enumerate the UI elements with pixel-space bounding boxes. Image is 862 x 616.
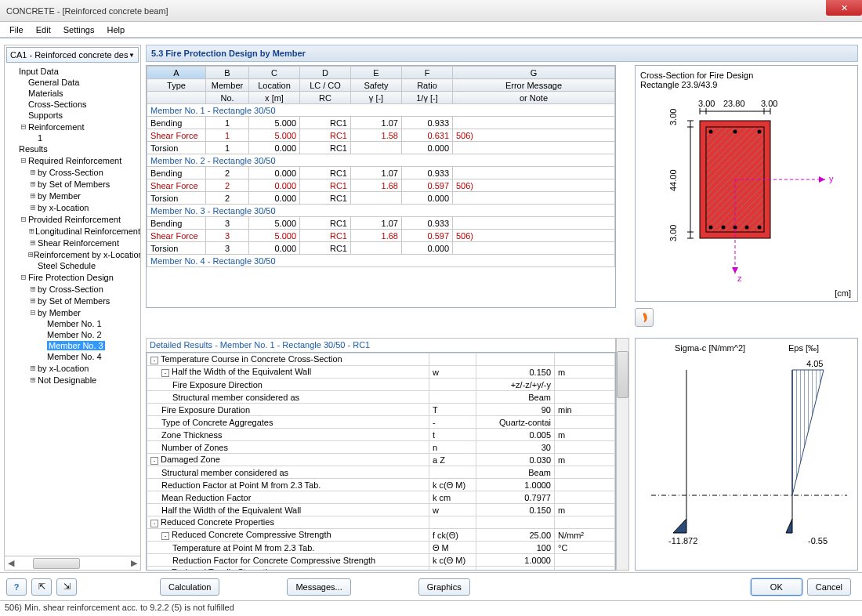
table-row[interactable]: Shear Force15.000RC11.580.631506) — [147, 129, 615, 142]
fire-button[interactable] — [635, 308, 654, 327]
collapse-icon[interactable]: - — [161, 532, 169, 540]
collapse-icon[interactable]: - — [161, 570, 169, 571]
menu-file[interactable]: File — [3, 24, 30, 36]
tree-not-designable[interactable]: ⊞Not Designable — [5, 374, 140, 386]
tree-cross-sections[interactable]: Cross-Sections — [5, 99, 140, 110]
tree-rr-bymember[interactable]: ⊞by Member — [5, 190, 140, 201]
collapse-icon[interactable]: - — [161, 369, 169, 377]
table-row[interactable]: Shear Force20.000RC11.680.597506) — [147, 179, 615, 192]
tree-general-data[interactable]: General Data — [5, 77, 140, 88]
tree-supports[interactable]: Supports — [5, 110, 140, 121]
detail-row[interactable]: Half the Width of the Equivalent Wallw0.… — [147, 504, 615, 516]
tree-materials[interactable]: Materials — [5, 88, 140, 99]
col-E[interactable]: E — [351, 67, 402, 79]
col-G[interactable]: G — [453, 67, 615, 79]
col-C[interactable]: C — [249, 67, 300, 79]
detail-row[interactable]: Reduction Factor at Point M from 2.3 Tab… — [147, 479, 615, 491]
col-D[interactable]: D — [300, 67, 351, 79]
cross-unit: [cm] — [835, 288, 851, 298]
col-B[interactable]: B — [206, 67, 249, 79]
table-row[interactable]: Torsion20.000RC10.000 — [147, 192, 615, 205]
tree-pr-xloc[interactable]: ⊞Reinforcement by x-Location — [5, 248, 140, 260]
tree-pr-sched[interactable]: Steel Schedule — [5, 260, 140, 271]
tree-required-reinf[interactable]: ⊟Required Reinforcement — [5, 154, 140, 166]
detail-row[interactable]: Fire Exposure DurationT90min — [147, 404, 615, 416]
svg-text:-11.872: -11.872 — [668, 536, 697, 545]
table-row[interactable]: Torsion10.000RC10.000 — [147, 142, 615, 154]
tree-fd-byset[interactable]: ⊞by Set of Members — [5, 295, 140, 306]
detail-row[interactable]: Structural member considered asBeam — [147, 466, 615, 479]
detail-row[interactable]: Structural member considered asBeam — [147, 391, 615, 404]
help-button[interactable]: ? — [6, 578, 27, 596]
detail-row[interactable]: Reduction Factor for Concrete Compressiv… — [147, 554, 615, 567]
tree-input-data[interactable]: Input Data — [5, 66, 140, 77]
scroll-thumb[interactable] — [617, 351, 628, 398]
nav-panel: CA1 - Reinforced concrete design ▼ Input… — [4, 45, 141, 571]
detail-row[interactable]: -Reduced Concrete Properties — [147, 516, 615, 529]
detail-row[interactable]: Number of Zonesn30 — [147, 441, 615, 454]
close-button[interactable]: ✕ — [826, 0, 862, 16]
collapse-icon[interactable]: - — [150, 457, 158, 465]
cross-subtitle: Rectangle 23.9/43.9 — [640, 80, 853, 89]
tree-member-3[interactable]: Member No. 3 — [5, 340, 140, 351]
svg-text:z: z — [737, 274, 742, 283]
detail-row[interactable]: Mean Reduction Factork cm0.7977 — [147, 491, 615, 504]
table-group-row[interactable]: Member No. 2 - Rectangle 30/50 — [147, 154, 615, 167]
table-row[interactable]: Shear Force35.000RC11.680.597506) — [147, 230, 615, 242]
col-A[interactable]: A — [147, 67, 206, 79]
menu-settings[interactable]: Settings — [57, 24, 101, 36]
tree-pr-long[interactable]: ⊞Longitudinal Reinforcement — [5, 225, 140, 237]
tree-provided-reinf[interactable]: ⊟Provided Reinforcement — [5, 213, 140, 225]
tree-member-4[interactable]: Member No. 4 — [5, 351, 140, 362]
tree-fire-design[interactable]: ⊟Fire Protection Design — [5, 271, 140, 283]
ok-button[interactable]: OK — [751, 578, 802, 596]
table-row[interactable]: Torsion30.000RC10.000 — [147, 242, 615, 255]
tree-fd-byxloc[interactable]: ⊞by x-Location — [5, 362, 140, 374]
detail-row[interactable]: Type of Concrete Aggregates-Quartz-conta… — [147, 416, 615, 429]
scroll-thumb[interactable] — [33, 558, 80, 569]
detail-row[interactable]: Zone Thicknesst0.005m — [147, 429, 615, 441]
collapse-icon[interactable]: - — [150, 520, 158, 527]
graphics-button[interactable]: Graphics — [418, 578, 470, 596]
table-row[interactable]: Bending35.000RC11.070.933 — [147, 217, 615, 230]
detail-row[interactable]: -Reduced Tensile Strengthf ck,t(Θ)2.60N/… — [147, 567, 615, 571]
table-group-row[interactable]: Member No. 3 - Rectangle 30/50 — [147, 205, 615, 217]
nav-hscroll[interactable]: ◀ ▶ — [5, 556, 140, 570]
tree-rr-byxloc[interactable]: ⊞by x-Location — [5, 201, 140, 213]
cross-section-panel: Cross-Section for Fire Design Rectangle … — [635, 65, 858, 302]
tree-member-1[interactable]: Member No. 1 — [5, 318, 140, 329]
tree-rr-bycross[interactable]: ⊞by Cross-Section — [5, 166, 140, 178]
detail-row[interactable]: Temperature at Point M from 2.3 Tab.Θ M1… — [147, 542, 615, 554]
cancel-button[interactable]: Cancel — [807, 578, 851, 596]
detail-vscroll[interactable] — [616, 338, 629, 571]
messages-button[interactable]: Messages... — [287, 578, 350, 596]
tree-reinforcement[interactable]: ⊟Reinforcement — [5, 121, 140, 132]
svg-point-9 — [744, 226, 748, 230]
detail-row[interactable]: -Temperature Course in Concrete Cross-Se… — [147, 353, 615, 366]
case-combo[interactable]: CA1 - Reinforced concrete design ▼ — [6, 47, 139, 63]
tree-fd-bymember[interactable]: ⊟by Member — [5, 306, 140, 318]
svg-text:3.00: 3.00 — [761, 99, 777, 108]
calculation-button[interactable]: Calculation — [160, 578, 219, 596]
menu-help[interactable]: Help — [100, 24, 131, 36]
tree-member-2[interactable]: Member No. 2 — [5, 329, 140, 340]
menu-edit[interactable]: Edit — [30, 24, 57, 36]
detail-row[interactable]: Fire Exposure Direction+z/-z/+y/-y — [147, 379, 615, 391]
tree-reinf-1[interactable]: 1 — [5, 132, 140, 143]
collapse-icon[interactable]: - — [150, 357, 158, 364]
detail-row[interactable]: -Reduced Concrete Compressive Strengthf … — [147, 529, 615, 542]
svg-point-10 — [757, 226, 761, 230]
detail-row[interactable]: -Half the Width of the Equivalent Wallw0… — [147, 366, 615, 379]
table-row[interactable]: Bending20.000RC11.070.933 — [147, 167, 615, 179]
tree-results[interactable]: Results — [5, 143, 140, 154]
table-row[interactable]: Bending15.000RC11.070.933 — [147, 117, 615, 129]
tree-fd-bycross[interactable]: ⊞by Cross-Section — [5, 283, 140, 295]
table-group-row[interactable]: Member No. 4 - Rectangle 30/50 — [147, 255, 615, 267]
import-button[interactable]: ⇲ — [56, 578, 77, 596]
export-button[interactable]: ⇱ — [31, 578, 52, 596]
col-F[interactable]: F — [402, 67, 453, 79]
detail-row[interactable]: -Damaged Zonea Z0.030m — [147, 454, 615, 466]
tree-rr-byset[interactable]: ⊞by Set of Members — [5, 178, 140, 190]
table-group-row[interactable]: Member No. 1 - Rectangle 30/50 — [147, 104, 615, 117]
tree-pr-shear[interactable]: ⊞Shear Reinforcement — [5, 237, 140, 248]
